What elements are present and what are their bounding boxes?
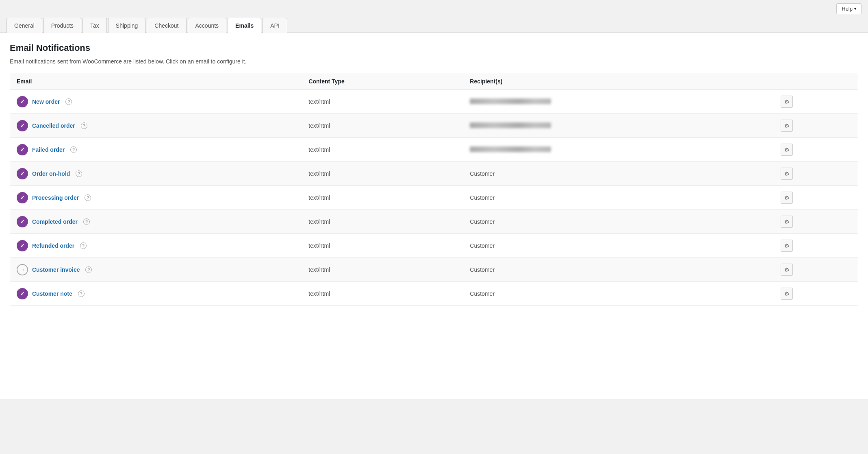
blurred-email (470, 146, 551, 152)
blurred-email (470, 122, 551, 128)
email-cell-5: Completed order? (10, 210, 302, 234)
help-icon[interactable]: ? (81, 122, 87, 129)
help-button[interactable]: Help ▾ (836, 3, 861, 14)
help-icon[interactable]: ? (80, 242, 87, 249)
content-type-cell: text/html (302, 282, 463, 306)
active-icon (17, 120, 28, 131)
tab-accounts[interactable]: Accounts (188, 18, 227, 33)
email-cell-4: Processing order? (10, 186, 302, 210)
content-type-cell: text/html (302, 162, 463, 186)
settings-button[interactable]: ⚙ (781, 216, 793, 228)
settings-button[interactable]: ⚙ (781, 96, 793, 108)
help-label: Help (842, 6, 853, 12)
tab-products[interactable]: Products (43, 18, 81, 33)
table-row: Customer note?text/htmlCustomer⚙ (10, 282, 858, 306)
top-bar: Help ▾ (0, 0, 868, 17)
email-name-link[interactable]: Cancelled order (32, 122, 75, 129)
col-email: Email (10, 73, 302, 90)
col-actions (774, 73, 858, 90)
email-name-link[interactable]: Completed order (32, 218, 78, 225)
active-icon (17, 144, 28, 155)
help-icon[interactable]: ? (76, 170, 82, 177)
tab-api[interactable]: API (263, 18, 287, 33)
settings-button[interactable]: ⚙ (781, 240, 793, 252)
active-icon (17, 192, 28, 203)
main-content: Email Notifications Email notifications … (0, 33, 868, 399)
recipient-cell (463, 138, 774, 162)
recipient-cell: Customer (463, 186, 774, 210)
tab-emails[interactable]: Emails (228, 18, 261, 33)
table-row: Completed order?text/htmlCustomer⚙ (10, 210, 858, 234)
tab-general[interactable]: General (7, 18, 42, 33)
tab-shipping[interactable]: Shipping (108, 18, 146, 33)
help-icon[interactable]: ? (85, 194, 91, 201)
help-icon[interactable]: ? (85, 266, 92, 273)
col-recipients: Recipient(s) (463, 73, 774, 90)
email-name-link[interactable]: Refunded order (32, 242, 74, 249)
settings-button[interactable]: ⚙ (781, 288, 793, 300)
recipient-cell: Customer (463, 282, 774, 306)
blurred-email (470, 98, 551, 104)
active-icon (17, 240, 28, 251)
table-row: New order?text/html⚙ (10, 90, 858, 114)
tab-checkout[interactable]: Checkout (147, 18, 186, 33)
table-row: →Customer invoice?text/htmlCustomer⚙ (10, 258, 858, 282)
tab-tax[interactable]: Tax (82, 18, 107, 33)
action-cell: ⚙ (774, 210, 858, 234)
email-name-link[interactable]: New order (32, 98, 60, 105)
email-name-link[interactable]: Failed order (32, 146, 65, 153)
settings-button[interactable]: ⚙ (781, 168, 793, 180)
active-icon (17, 96, 28, 107)
active-icon (17, 216, 28, 227)
nav-tabs: General Products Tax Shipping Checkout A… (0, 17, 868, 33)
recipient-cell: Customer (463, 162, 774, 186)
settings-button[interactable]: ⚙ (781, 120, 793, 132)
content-type-cell: text/html (302, 234, 463, 258)
email-table: Email Content Type Recipient(s) New orde… (10, 73, 858, 306)
email-cell-3: Order on-hold? (10, 162, 302, 186)
settings-button[interactable]: ⚙ (781, 192, 793, 204)
email-cell-7: →Customer invoice? (10, 258, 302, 282)
help-icon[interactable]: ? (70, 146, 77, 153)
action-cell: ⚙ (774, 162, 858, 186)
chevron-down-icon: ▾ (854, 7, 856, 11)
email-name-link[interactable]: Customer note (32, 290, 72, 297)
action-cell: ⚙ (774, 114, 858, 138)
content-type-cell: text/html (302, 114, 463, 138)
table-row: Refunded order?text/htmlCustomer⚙ (10, 234, 858, 258)
settings-button[interactable]: ⚙ (781, 144, 793, 156)
action-cell: ⚙ (774, 90, 858, 114)
email-cell-1: Cancelled order? (10, 114, 302, 138)
page-title: Email Notifications (10, 43, 858, 53)
recipient-cell: Customer (463, 258, 774, 282)
table-row: Order on-hold?text/htmlCustomer⚙ (10, 162, 858, 186)
table-header-row: Email Content Type Recipient(s) (10, 73, 858, 90)
help-icon[interactable]: ? (65, 98, 72, 105)
page-description: Email notifications sent from WooCommerc… (10, 58, 858, 65)
table-row: Failed order?text/html⚙ (10, 138, 858, 162)
action-cell: ⚙ (774, 186, 858, 210)
recipient-cell: Customer (463, 210, 774, 234)
table-row: Cancelled order?text/html⚙ (10, 114, 858, 138)
email-name-link[interactable]: Customer invoice (32, 266, 80, 273)
email-cell-6: Refunded order? (10, 234, 302, 258)
recipient-cell: Customer (463, 234, 774, 258)
email-name-link[interactable]: Order on-hold (32, 170, 70, 177)
active-icon (17, 168, 28, 179)
content-type-cell: text/html (302, 258, 463, 282)
help-icon[interactable]: ? (78, 290, 85, 297)
content-type-cell: text/html (302, 186, 463, 210)
recipient-cell (463, 114, 774, 138)
help-icon[interactable]: ? (83, 218, 90, 225)
content-type-cell: text/html (302, 138, 463, 162)
email-name-link[interactable]: Processing order (32, 194, 79, 201)
table-row: Processing order?text/htmlCustomer⚙ (10, 186, 858, 210)
settings-button[interactable]: ⚙ (781, 264, 793, 276)
content-type-cell: text/html (302, 90, 463, 114)
action-cell: ⚙ (774, 282, 858, 306)
content-type-cell: text/html (302, 210, 463, 234)
recipient-cell (463, 90, 774, 114)
action-cell: ⚙ (774, 258, 858, 282)
email-cell-2: Failed order? (10, 138, 302, 162)
active-icon (17, 288, 28, 299)
